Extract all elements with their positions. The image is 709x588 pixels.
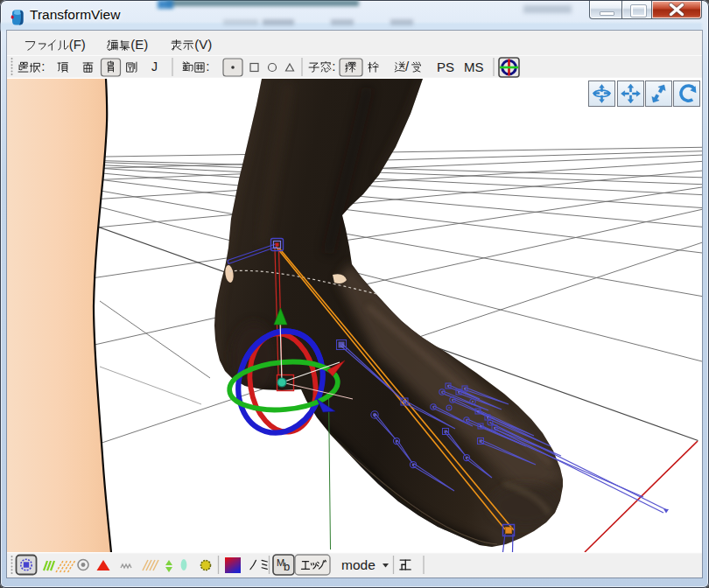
svg-text:(V): (V) xyxy=(194,37,212,52)
svg-text::: : xyxy=(41,59,45,74)
svg-text:mode: mode xyxy=(341,557,376,572)
svg-text:b: b xyxy=(284,560,290,573)
svg-text::: : xyxy=(206,59,209,74)
svg-text:MS: MS xyxy=(464,60,484,74)
svg-text::: : xyxy=(332,59,335,74)
svg-text:(E): (E) xyxy=(130,37,148,52)
svg-text:(F): (F) xyxy=(69,37,86,52)
svg-text:J: J xyxy=(151,60,158,74)
svg-text:PS: PS xyxy=(437,60,454,74)
